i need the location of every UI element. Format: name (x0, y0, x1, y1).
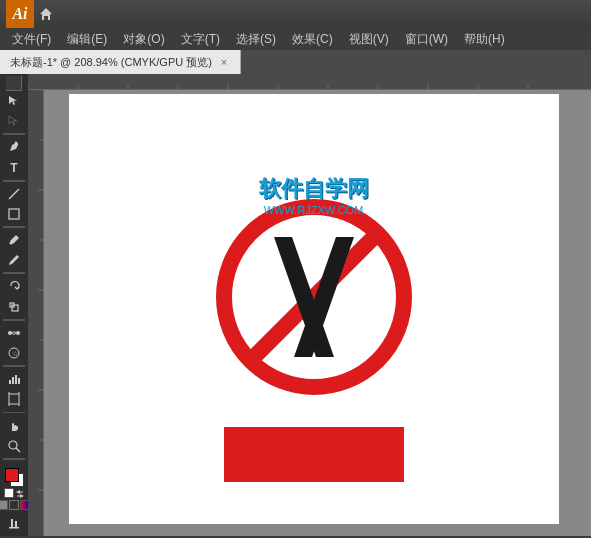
svg-rect-2 (9, 209, 19, 219)
svg-rect-23 (15, 521, 17, 527)
symbol-tool-button[interactable]: ☆ (1, 343, 27, 363)
none-icon (4, 488, 14, 498)
svg-rect-22 (11, 519, 13, 527)
selection-tool-button[interactable] (1, 91, 27, 111)
hand-tool-button[interactable] (1, 415, 27, 435)
svg-rect-21 (9, 527, 19, 529)
tabbar: 未标题-1* @ 208.94% (CMYK/GPU 预览) × (0, 50, 591, 74)
direct-selection-tool-button[interactable] (1, 111, 27, 131)
gradient-swatch (20, 500, 28, 510)
graph-tool-button[interactable] (1, 369, 27, 389)
line-tool-button[interactable] (1, 184, 27, 204)
rotate-tool-button[interactable] (1, 276, 27, 296)
svg-rect-12 (15, 375, 17, 384)
menu-select[interactable]: 选择(S) (228, 29, 284, 50)
menu-type[interactable]: 文字(T) (173, 29, 228, 50)
no-sign-graphic (214, 197, 414, 397)
red-rectangle (224, 427, 404, 482)
titlebar: Ai (0, 0, 591, 28)
watermark-title: 软件自学网 (259, 174, 369, 204)
svg-rect-4 (12, 305, 18, 311)
svg-rect-14 (9, 394, 19, 404)
left-toolbar: T ☆ (0, 74, 28, 536)
svg-line-20 (16, 448, 20, 452)
rectangle-tool-button[interactable] (1, 204, 27, 224)
menu-effect[interactable]: 效果(C) (284, 29, 341, 50)
workspace: T ☆ (0, 74, 591, 536)
dark-swatch (9, 500, 19, 510)
canvas: 软件自学网 WWW.RJZXW.COM (69, 94, 559, 524)
type-tool-button[interactable]: T (1, 157, 27, 177)
svg-rect-10 (9, 380, 11, 384)
svg-point-3 (10, 242, 13, 245)
menubar: 文件(F) 编辑(E) 对象(O) 文字(T) 选择(S) 效果(C) 视图(V… (0, 28, 591, 50)
menu-help[interactable]: 帮助(H) (456, 29, 513, 50)
menu-object[interactable]: 对象(O) (115, 29, 172, 50)
tab-label: 未标题-1* @ 208.94% (CMYK/GPU 预览) (10, 55, 212, 70)
watermark: 软件自学网 WWW.RJZXW.COM (259, 174, 369, 216)
document-tab[interactable]: 未标题-1* @ 208.94% (CMYK/GPU 预览) × (0, 50, 241, 74)
ruler-top (28, 74, 591, 90)
grey-swatch (0, 500, 8, 510)
svg-rect-13 (18, 378, 20, 384)
fill-stroke-indicator[interactable] (3, 466, 25, 486)
blend-tool-button[interactable] (1, 323, 27, 343)
menu-window[interactable]: 窗口(W) (397, 29, 456, 50)
swap-colors-icon[interactable] (15, 488, 25, 498)
zoom-tool-button[interactable] (1, 436, 27, 456)
fill-color-swatch[interactable] (5, 468, 19, 482)
canvas-area: 软件自学网 WWW.RJZXW.COM (28, 74, 591, 536)
scale-tool-button[interactable] (1, 297, 27, 317)
svg-point-0 (15, 142, 18, 145)
tab-close-button[interactable]: × (218, 56, 230, 68)
pencil-tool-button[interactable] (1, 250, 27, 270)
home-icon[interactable] (38, 6, 54, 22)
prohibition-sign-svg (214, 197, 414, 397)
paintbrush-tool-button[interactable] (1, 230, 27, 250)
svg-line-1 (9, 189, 19, 199)
menu-edit[interactable]: 编辑(E) (59, 29, 115, 50)
svg-rect-11 (12, 377, 14, 384)
svg-text:☆: ☆ (12, 350, 18, 357)
app-logo: Ai (6, 0, 34, 28)
artboard-tool-button[interactable] (1, 389, 27, 409)
svg-point-6 (8, 331, 12, 335)
menu-view[interactable]: 视图(V) (341, 29, 397, 50)
pen-tool-button[interactable] (1, 137, 27, 157)
menu-file[interactable]: 文件(F) (4, 29, 59, 50)
svg-point-19 (9, 441, 17, 449)
ruler-left (28, 90, 44, 536)
watermark-url: WWW.RJZXW.COM (259, 204, 369, 216)
align-objects-button[interactable] (1, 514, 27, 534)
